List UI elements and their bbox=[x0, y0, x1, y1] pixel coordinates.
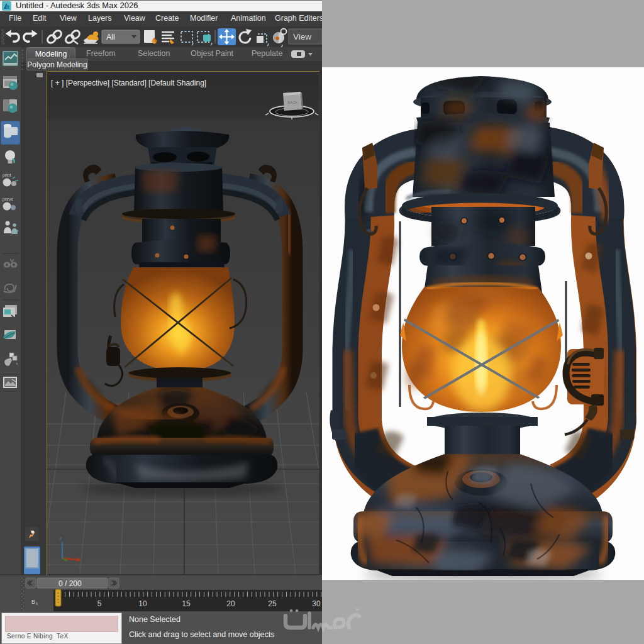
svg-text:25: 25 bbox=[268, 599, 277, 608]
svg-text:All: All bbox=[106, 33, 115, 42]
svg-text:B: B bbox=[31, 599, 35, 605]
svg-text:View: View bbox=[293, 32, 311, 42]
svg-text:print: print bbox=[3, 173, 11, 178]
svg-text:10: 10 bbox=[138, 599, 147, 608]
svg-text:prevo: prevo bbox=[3, 197, 14, 202]
svg-text:[ + ] [Perspective] [Standard]: [ + ] [Perspective] [Standard] [Default … bbox=[51, 79, 206, 87]
svg-text:z: z bbox=[60, 536, 62, 540]
svg-text:20: 20 bbox=[226, 599, 235, 608]
svg-text:15: 15 bbox=[182, 599, 191, 608]
svg-text:k: k bbox=[36, 601, 38, 606]
svg-text:5: 5 bbox=[97, 599, 102, 608]
svg-text:0 / 200: 0 / 200 bbox=[58, 579, 82, 588]
svg-text:BACK: BACK bbox=[287, 101, 297, 104]
